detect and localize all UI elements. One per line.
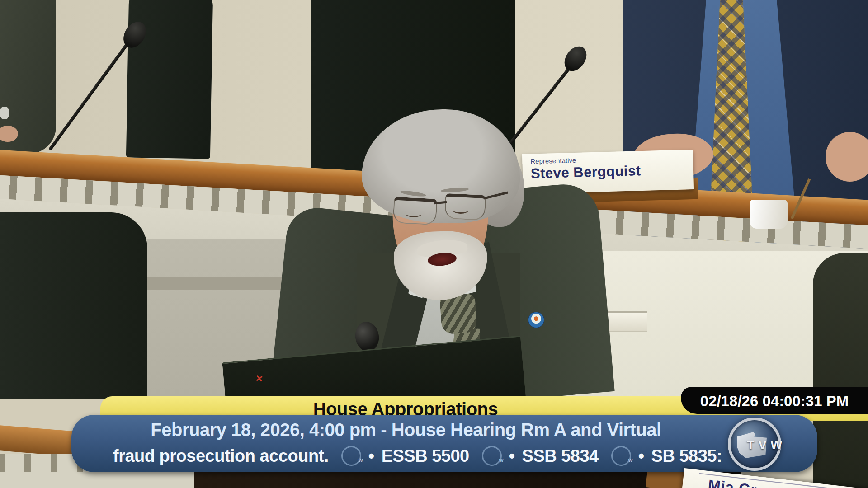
ticker-item-sb5835: SB 5835: xyxy=(651,446,722,466)
tvw-spinner-icon: w xyxy=(611,446,631,466)
lower-third-banner: February 18, 2026, 4:00 pm - House Heari… xyxy=(71,415,817,472)
speaker-lapel-pin xyxy=(528,312,544,328)
bullet-icon: • xyxy=(638,446,644,466)
bullet-icon: • xyxy=(368,446,374,466)
ticker-lead-text: fraud prosecution account. xyxy=(113,446,329,466)
speaker-eye-left xyxy=(406,211,421,217)
tvw-logo-text: TVW xyxy=(747,438,786,452)
ticker-item-ssb5834: SSB 5834 xyxy=(522,446,599,466)
ticker-item-essb5500: ESSB 5500 xyxy=(382,446,469,466)
session-title: February 18, 2026, 4:00 pm - House Heari… xyxy=(71,417,741,442)
chair-foreground-left xyxy=(0,212,147,399)
nameplate-name: Mia Gregerson xyxy=(707,476,819,488)
tvw-spinner-icon: w xyxy=(482,446,502,466)
tvw-spinner-icon: w xyxy=(341,446,361,466)
speaker-eye-right xyxy=(453,207,468,214)
legislator-left-collar xyxy=(0,107,9,119)
speaker-glasses-right-lens xyxy=(444,193,486,221)
broadcast-frame: Representative Steve Bergquist ✕ House A… xyxy=(0,0,868,488)
paper-cup xyxy=(750,200,788,229)
agenda-ticker: fraud prosecution account. w • ESSB 5500… xyxy=(113,443,804,469)
timestamp-badge: 02/18/26 04:00:31 PM xyxy=(681,387,868,414)
person-far-right-shoulder xyxy=(813,253,868,488)
tvw-logo: TVW xyxy=(728,418,781,471)
laptop-logo: ✕ xyxy=(255,373,264,385)
bullet-icon: • xyxy=(509,446,515,466)
